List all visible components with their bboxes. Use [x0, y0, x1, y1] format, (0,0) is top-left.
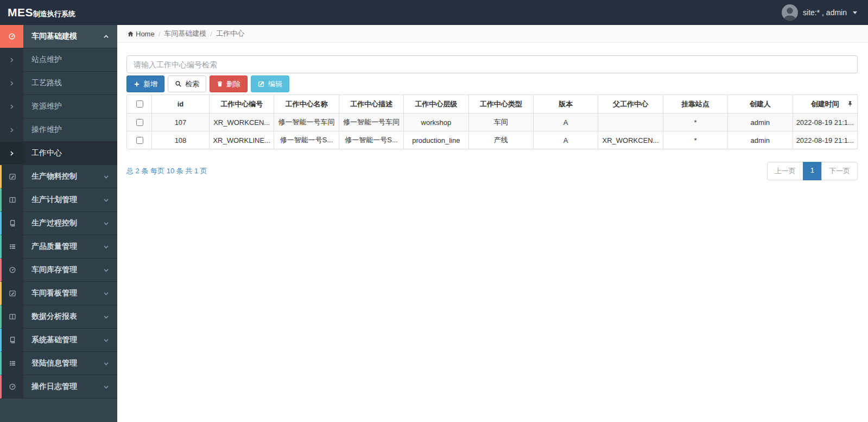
- sidebar-subitem-站点维护[interactable]: 站点维护: [0, 48, 117, 72]
- table-cell: admin: [728, 131, 793, 149]
- next-page-button[interactable]: 下一页: [821, 162, 858, 180]
- toolbar: 新增检索删除编辑: [126, 75, 858, 92]
- sidebar-item-车间看板管理[interactable]: 车间看板管理: [0, 282, 117, 305]
- breadcrumb-label: 工作中心: [216, 29, 244, 39]
- sidebar-item-生产物料控制[interactable]: 生产物料控制: [0, 165, 117, 188]
- sidebar-item-系统基础管理[interactable]: 系统基础管理: [0, 329, 117, 352]
- chevron-down-icon: [103, 221, 109, 226]
- table-cell: 修一智能一号车间: [274, 114, 339, 131]
- table-cell: 产线: [468, 131, 533, 149]
- pagination: 上一页 1 下一页: [768, 162, 858, 180]
- chevron-right-icon: [0, 48, 23, 71]
- sidebar-item-车间基础建模[interactable]: 车间基础建模: [0, 25, 117, 48]
- column-header-工作中心类型: 工作中心类型: [468, 95, 533, 114]
- add-button[interactable]: 新增: [126, 75, 164, 92]
- sidebar-item-登陆信息管理[interactable]: 登陆信息管理: [0, 352, 117, 375]
- column-header-工作中心名称: 工作中心名称: [274, 95, 339, 114]
- sidebar-item-label: 生产物料控制: [23, 172, 103, 181]
- column-header-label: 创建时间: [811, 100, 839, 108]
- table-row: 108XR_WORKLINE...修一智能一号S...修一智能一号S...pro…: [127, 131, 858, 149]
- row-select-cell: [127, 131, 152, 149]
- sidebar-item-label: 生产过程控制: [23, 218, 103, 228]
- list-icon: [2, 235, 23, 258]
- search-input[interactable]: [126, 55, 858, 73]
- sidebar-item-生产过程控制[interactable]: 生产过程控制: [0, 212, 117, 235]
- select-all-checkbox[interactable]: [136, 100, 143, 108]
- table-cell: A: [533, 114, 598, 131]
- breadcrumb: Home/车间基础建模/工作中心: [117, 25, 868, 43]
- chevron-right-icon: [0, 72, 23, 95]
- row-select-cell: [127, 114, 152, 131]
- sidebar-item-生产计划管理[interactable]: 生产计划管理: [0, 188, 117, 212]
- prev-page-button[interactable]: 上一页: [767, 162, 803, 180]
- sidebar-item-车间库存管理[interactable]: 车间库存管理: [0, 259, 117, 282]
- gauge-icon: [0, 25, 23, 48]
- sidebar-item-label: 系统基础管理: [23, 335, 103, 345]
- pencil-square-icon: [2, 165, 23, 188]
- table-cell: XR_WORKCEN...: [210, 114, 274, 131]
- table-cell: 2022-08-19 21:1...: [793, 131, 857, 149]
- breadcrumb-item-工作中心: 工作中心: [216, 29, 244, 39]
- row-checkbox[interactable]: [136, 137, 143, 144]
- button-label: 删除: [226, 79, 240, 89]
- sidebar-item-label: 生产计划管理: [23, 195, 103, 205]
- sidebar-subitem-label: 工作中心: [23, 148, 117, 158]
- breadcrumb-item-车间基础建模[interactable]: 车间基础建模: [164, 29, 206, 39]
- chevron-up-icon: [103, 34, 109, 40]
- sidebar-subitem-工艺路线[interactable]: 工艺路线: [0, 72, 117, 95]
- sidebar-item-数据分析报表[interactable]: 数据分析报表: [0, 305, 117, 329]
- breadcrumb-item-Home[interactable]: Home: [127, 30, 155, 38]
- breadcrumb-label: Home: [136, 30, 155, 38]
- sidebar: 车间基础建模站点维护工艺路线资源维护操作维护工作中心生产物料控制生产计划管理生产…: [0, 25, 117, 422]
- table-cell: XR_WORKCEN...: [598, 131, 663, 149]
- chevron-right-icon: [0, 118, 23, 141]
- topbar: MES 制造执行系统 site:* , admin: [0, 0, 868, 25]
- table-cell: 2022-08-19 21:1...: [793, 114, 857, 131]
- app-logo[interactable]: MES 制造执行系统: [0, 6, 75, 19]
- sidebar-item-产品质量管理[interactable]: 产品质量管理: [0, 235, 117, 259]
- workcenter-table: id工作中心编号工作中心名称工作中心描述工作中心层级工作中心类型版本父工作中心挂…: [126, 95, 858, 149]
- sidebar-item-label: 车间看板管理: [23, 288, 103, 298]
- sidebar-subitem-label: 站点维护: [23, 55, 117, 65]
- table-cell: admin: [728, 114, 793, 131]
- caret-down-icon: [853, 11, 857, 14]
- sidebar-subitem-label: 工艺路线: [23, 78, 117, 88]
- search-button[interactable]: 检索: [168, 75, 206, 92]
- table-cell: 107: [152, 114, 210, 131]
- sidebar-subitem-操作维护[interactable]: 操作维护: [0, 118, 117, 142]
- chevron-right-icon: [0, 95, 23, 118]
- chevron-down-icon: [103, 291, 109, 297]
- user-menu[interactable]: site:* , admin: [782, 4, 857, 21]
- column-header-挂靠站点: 挂靠站点: [663, 95, 727, 114]
- column-header-工作中心描述: 工作中心描述: [339, 95, 403, 114]
- edit-button[interactable]: 编辑: [251, 75, 289, 92]
- column-header-父工作中心: 父工作中心: [598, 95, 663, 114]
- avatar: [782, 4, 798, 21]
- sidebar-subitem-资源维护[interactable]: 资源维护: [0, 95, 117, 118]
- user-label: site:* , admin: [803, 8, 847, 17]
- pagination-bar: 总 2 条 每页 10 条 共 1 页 上一页 1 下一页: [126, 162, 858, 180]
- page-number-button[interactable]: 1: [803, 162, 822, 180]
- column-header-工作中心层级: 工作中心层级: [404, 95, 468, 114]
- sidebar-subitem-label: 操作维护: [23, 125, 117, 135]
- chevron-down-icon: [103, 244, 109, 250]
- breadcrumb-separator: /: [210, 30, 212, 38]
- button-label: 新增: [143, 79, 157, 89]
- sidebar-item-label: 车间库存管理: [23, 265, 103, 275]
- edit-icon: [258, 80, 265, 87]
- content: Home/车间基础建模/工作中心 新增检索删除编辑 id工作中心编号工作中心名称…: [117, 25, 868, 422]
- table-header-row: id工作中心编号工作中心名称工作中心描述工作中心层级工作中心类型版本父工作中心挂…: [127, 95, 858, 114]
- chevron-down-icon: [103, 174, 109, 180]
- row-checkbox[interactable]: [136, 119, 143, 126]
- sidebar-item-操作日志管理[interactable]: 操作日志管理: [0, 375, 117, 399]
- table-cell: 车间: [468, 114, 533, 131]
- pencil-square-icon: [2, 282, 23, 305]
- sidebar-subitem-工作中心[interactable]: 工作中心: [0, 142, 117, 165]
- sidebar-item-label: 数据分析报表: [23, 312, 103, 322]
- app-logo-rest: 制造执行系统: [33, 9, 75, 19]
- breadcrumb-label: 车间基础建模: [164, 29, 206, 39]
- pin-icon[interactable]: [847, 100, 853, 109]
- plus-icon: [134, 81, 140, 87]
- delete-button[interactable]: 删除: [210, 75, 248, 92]
- table-cell: 修一智能一号S...: [274, 131, 339, 149]
